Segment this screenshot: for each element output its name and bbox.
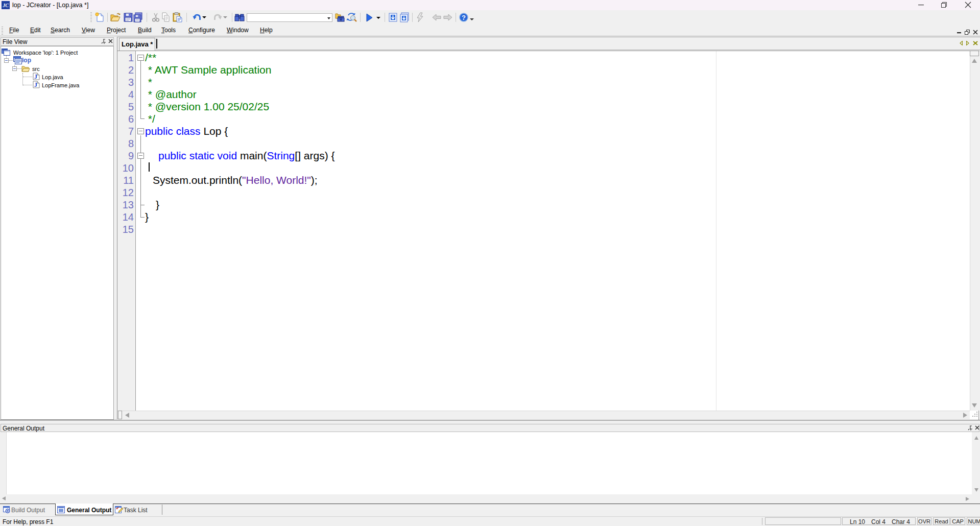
svg-text:?: ? [462, 14, 466, 21]
svg-text:J: J [34, 73, 37, 80]
svg-text:JC: JC [2, 3, 9, 8]
svg-text:J: J [34, 81, 37, 88]
